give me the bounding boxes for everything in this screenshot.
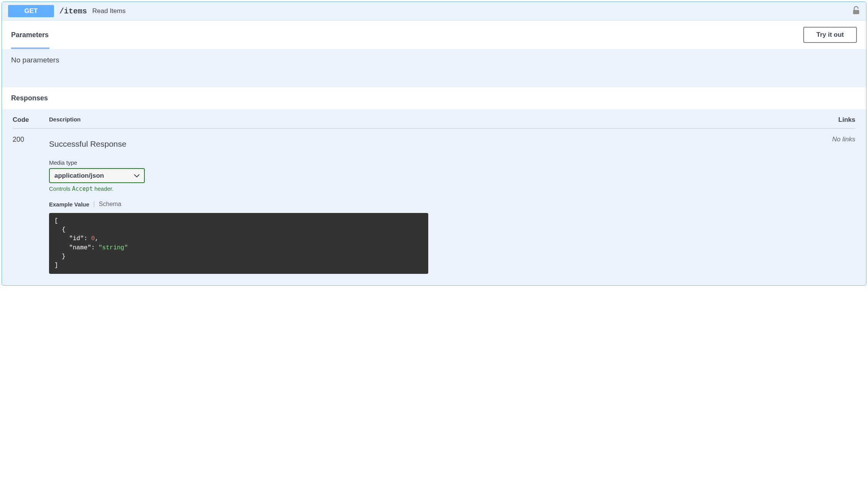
- no-parameters-text: No parameters: [2, 49, 866, 87]
- accept-note-suffix: header.: [93, 185, 113, 192]
- responses-title: Responses: [2, 87, 866, 109]
- unlock-icon[interactable]: [852, 6, 860, 16]
- method-badge: GET: [8, 5, 54, 17]
- parameters-title: Parameters: [11, 31, 49, 39]
- response-description: Successful Response: [49, 139, 825, 149]
- responses-table-header: Code Description Links: [13, 116, 855, 129]
- response-code: 200: [13, 135, 49, 274]
- json-colon: :: [84, 235, 91, 242]
- response-description-column: Successful Response Media type applicati…: [49, 135, 825, 274]
- json-key-id: "id": [54, 235, 84, 242]
- json-brace: {: [54, 226, 66, 233]
- media-type-select[interactable]: application/json: [49, 168, 145, 183]
- endpoint-summary: Read Items: [92, 7, 126, 15]
- accept-header-note: Controls Accept header.: [49, 185, 825, 192]
- json-colon: :: [91, 244, 98, 251]
- accept-note-prefix: Controls: [49, 185, 72, 192]
- tab-example-value[interactable]: Example Value: [49, 201, 89, 208]
- media-type-select-wrap: application/json: [49, 168, 145, 183]
- example-code-block: [ { "id": 0, "name": "string" } ]: [49, 213, 428, 274]
- response-row: 200 Successful Response Media type appli…: [13, 135, 855, 274]
- json-bracket: [: [54, 218, 58, 224]
- json-bracket-close: ]: [54, 262, 58, 269]
- response-links: No links: [825, 135, 855, 274]
- operation-block: GET /items Read Items Parameters Try it …: [2, 2, 866, 286]
- json-comma: ,: [95, 235, 99, 242]
- json-value-name: "string": [98, 244, 128, 251]
- svg-rect-0: [853, 10, 859, 14]
- column-links: Links: [825, 116, 855, 124]
- tab-schema[interactable]: Schema: [99, 201, 121, 208]
- media-type-label: Media type: [49, 159, 825, 166]
- responses-body: Code Description Links 200 Successful Re…: [2, 109, 866, 285]
- parameters-tab-underline: [11, 47, 49, 49]
- operation-header[interactable]: GET /items Read Items: [2, 2, 866, 21]
- column-description: Description: [49, 116, 825, 124]
- json-value-id: 0: [91, 235, 95, 242]
- endpoint-path: /items: [59, 7, 87, 16]
- accept-note-mono: Accept: [72, 185, 93, 192]
- example-schema-tabs: Example Value Schema: [49, 201, 825, 208]
- json-key-name: "name": [54, 244, 91, 251]
- parameters-section: Parameters Try it out: [2, 21, 866, 49]
- try-it-out-button[interactable]: Try it out: [803, 27, 857, 43]
- tab-divider: [94, 201, 94, 207]
- json-brace-close: }: [54, 253, 66, 260]
- column-code: Code: [13, 116, 49, 124]
